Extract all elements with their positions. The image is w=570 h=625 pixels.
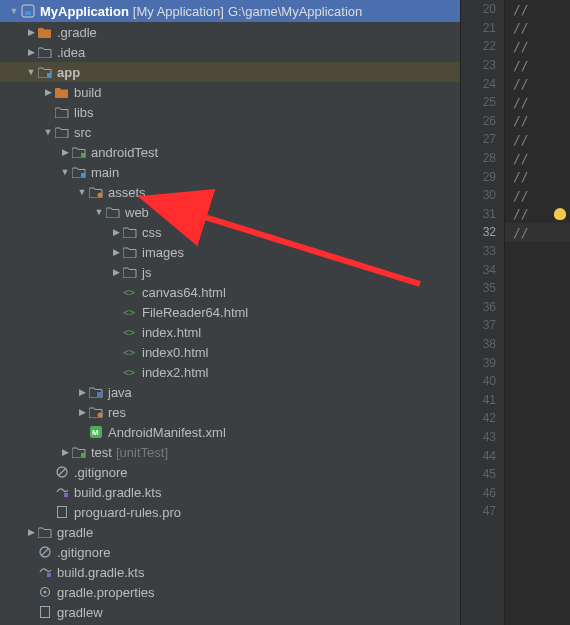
code-line[interactable] (505, 390, 570, 409)
gutter-line-number[interactable]: 42 (461, 409, 504, 428)
code-line[interactable] (505, 483, 570, 502)
code-line[interactable]: // (505, 37, 570, 56)
gutter-line-number[interactable]: 27 (461, 130, 504, 149)
project-root-row[interactable]: ▼ MyApplication [My Application] G:\game… (0, 0, 460, 22)
code-line[interactable] (505, 353, 570, 372)
code-line[interactable] (505, 372, 570, 391)
code-line[interactable] (505, 409, 570, 428)
chevron-right-icon[interactable]: ▶ (59, 447, 71, 457)
tree-item[interactable]: ▶gradle (0, 522, 460, 542)
code-line[interactable]: // (505, 19, 570, 38)
tree-item[interactable]: ▶js (0, 262, 460, 282)
gutter-line-number[interactable]: 35 (461, 279, 504, 298)
gutter-line-number[interactable]: 45 (461, 465, 504, 484)
tree-item[interactable]: gradle.properties (0, 582, 460, 602)
gutter-line-number[interactable]: 38 (461, 335, 504, 354)
tree-item[interactable]: ▶css (0, 222, 460, 242)
code-line[interactable]: // (505, 205, 570, 224)
gutter-line-number[interactable]: 46 (461, 483, 504, 502)
tree-item[interactable]: build.gradle.kts (0, 562, 460, 582)
tree-item[interactable]: ▼web (0, 202, 460, 222)
tree-item[interactable]: ▶.idea (0, 42, 460, 62)
chevron-right-icon[interactable]: ▶ (76, 407, 88, 417)
code-line[interactable]: // (505, 112, 570, 131)
code-line[interactable] (505, 242, 570, 261)
tree-item[interactable]: ▶images (0, 242, 460, 262)
code-line[interactable]: // (505, 223, 570, 242)
chevron-right-icon[interactable]: ▶ (59, 147, 71, 157)
gutter-line-number[interactable]: 30 (461, 186, 504, 205)
editor-code-area[interactable]: ////////////////////////// (504, 0, 570, 625)
code-line[interactable]: // (505, 74, 570, 93)
tree-item[interactable]: <>index2.html (0, 362, 460, 382)
gutter-line-number[interactable]: 39 (461, 353, 504, 372)
gutter-line-number[interactable]: 24 (461, 74, 504, 93)
tree-item[interactable]: ▶build (0, 82, 460, 102)
tree-item[interactable]: .gitignore (0, 462, 460, 482)
gutter-line-number[interactable]: 20 (461, 0, 504, 19)
code-line[interactable]: // (505, 167, 570, 186)
tree-item[interactable]: <>FileReader64.html (0, 302, 460, 322)
code-line[interactable]: // (505, 93, 570, 112)
tree-item[interactable]: proguard-rules.pro (0, 502, 460, 522)
tree-item[interactable]: ▶res (0, 402, 460, 422)
gutter-line-number[interactable]: 44 (461, 446, 504, 465)
tree-item[interactable]: ▼main (0, 162, 460, 182)
chevron-right-icon[interactable]: ▶ (110, 267, 122, 277)
gutter-line-number[interactable]: 28 (461, 149, 504, 168)
chevron-right-icon[interactable]: ▶ (25, 47, 37, 57)
code-line[interactable] (505, 279, 570, 298)
gutter-line-number[interactable]: 29 (461, 167, 504, 186)
gutter-line-number[interactable]: 47 (461, 502, 504, 521)
code-line[interactable] (505, 465, 570, 484)
code-line[interactable] (505, 316, 570, 335)
tree-item[interactable]: ▼assets (0, 182, 460, 202)
tree-item[interactable]: gradlew (0, 602, 460, 622)
tree-item[interactable]: <>index0.html (0, 342, 460, 362)
code-line[interactable] (505, 446, 570, 465)
gutter-line-number[interactable]: 26 (461, 112, 504, 131)
chevron-down-icon[interactable]: ▼ (76, 187, 88, 197)
lightbulb-icon[interactable] (554, 208, 566, 220)
gutter-line-number[interactable]: 41 (461, 390, 504, 409)
code-line[interactable]: // (505, 186, 570, 205)
code-line[interactable] (505, 428, 570, 447)
chevron-right-icon[interactable]: ▶ (42, 87, 54, 97)
gutter-line-number[interactable]: 22 (461, 37, 504, 56)
chevron-right-icon[interactable]: ▶ (25, 27, 37, 37)
tree-item[interactable]: .gitignore (0, 542, 460, 562)
chevron-down-icon[interactable]: ▼ (59, 167, 71, 177)
tree-item[interactable]: build.gradle.kts (0, 482, 460, 502)
gutter-line-number[interactable]: 40 (461, 372, 504, 391)
chevron-right-icon[interactable]: ▶ (25, 527, 37, 537)
gutter-line-number[interactable]: 32 (461, 223, 504, 242)
chevron-right-icon[interactable]: ▶ (110, 247, 122, 257)
chevron-right-icon[interactable]: ▶ (76, 387, 88, 397)
tree-item[interactable]: ▼app (0, 62, 460, 82)
code-line[interactable] (505, 335, 570, 354)
gutter-line-number[interactable]: 37 (461, 316, 504, 335)
code-line[interactable] (505, 260, 570, 279)
tree-item[interactable]: <>index.html (0, 322, 460, 342)
gutter-line-number[interactable]: 43 (461, 428, 504, 447)
tree-item[interactable]: ▶androidTest (0, 142, 460, 162)
tree-item[interactable]: <>canvas64.html (0, 282, 460, 302)
gutter-line-number[interactable]: 33 (461, 242, 504, 261)
gutter-line-number[interactable]: 25 (461, 93, 504, 112)
code-line[interactable]: // (505, 56, 570, 75)
tree-item[interactable]: ▶.gradle (0, 22, 460, 42)
chevron-down-icon[interactable]: ▼ (93, 207, 105, 217)
chevron-right-icon[interactable]: ▶ (110, 227, 122, 237)
gutter-line-number[interactable]: 36 (461, 298, 504, 317)
code-line[interactable] (505, 298, 570, 317)
code-line[interactable]: // (505, 130, 570, 149)
tree-item[interactable]: ▼src (0, 122, 460, 142)
tree-item[interactable]: MAndroidManifest.xml (0, 422, 460, 442)
gutter-line-number[interactable]: 31 (461, 205, 504, 224)
gutter-line-number[interactable]: 34 (461, 260, 504, 279)
code-line[interactable]: // (505, 149, 570, 168)
chevron-down-icon[interactable]: ▼ (25, 67, 37, 77)
tree-item[interactable]: ▶test[unitTest] (0, 442, 460, 462)
tree-item[interactable]: ▶java (0, 382, 460, 402)
chevron-down-icon[interactable]: ▼ (42, 127, 54, 137)
